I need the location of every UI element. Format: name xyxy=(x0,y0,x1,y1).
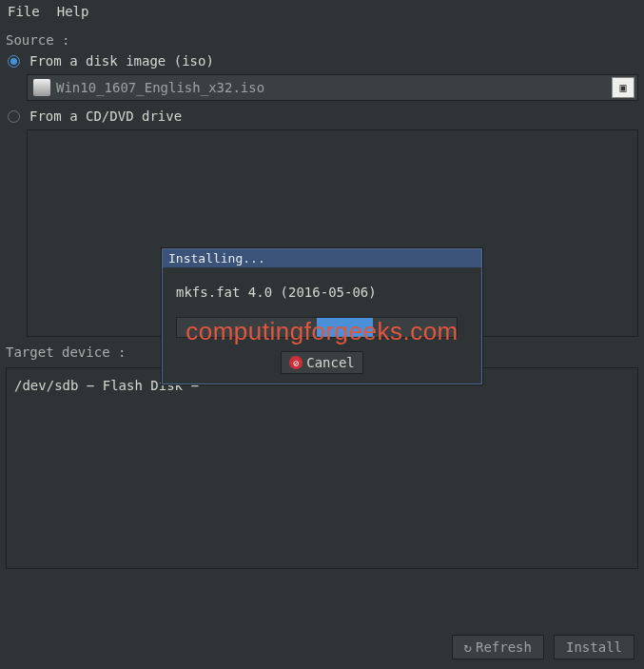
refresh-icon xyxy=(464,639,472,655)
progress-bar-fill xyxy=(317,318,373,337)
source-option-image-label: From a disk image (iso) xyxy=(29,53,214,69)
cancel-button-label: Cancel xyxy=(306,355,355,370)
dialog-actions: Cancel xyxy=(176,351,468,374)
browse-button[interactable]: ▣ xyxy=(612,77,634,98)
menubar: File Help xyxy=(0,0,644,23)
radio-icon xyxy=(8,55,20,68)
source-option-drive[interactable]: From a CD/DVD drive xyxy=(8,108,638,124)
install-button[interactable]: Install xyxy=(554,635,634,659)
refresh-button[interactable]: Refresh xyxy=(452,635,544,659)
dialog-title: Installing... xyxy=(163,249,481,267)
source-label: Source : xyxy=(6,32,638,48)
bottom-button-bar: Refresh Install xyxy=(452,635,634,659)
install-button-label: Install xyxy=(566,639,622,655)
disk-image-icon xyxy=(33,79,50,96)
dialog-message: mkfs.fat 4.0 (2016-05-06) xyxy=(176,285,468,300)
source-option-drive-label: From a CD/DVD drive xyxy=(29,108,182,124)
target-device-list[interactable]: /dev/sdb − Flash Disk − xyxy=(6,367,638,569)
radio-icon xyxy=(8,110,20,123)
source-option-image[interactable]: From a disk image (iso) xyxy=(8,53,638,69)
iso-filename: Win10_1607_English_x32.iso xyxy=(56,80,609,95)
cancel-button[interactable]: Cancel xyxy=(281,351,363,374)
dialog-body: mkfs.fat 4.0 (2016-05-06) Cancel xyxy=(163,267,481,384)
refresh-button-label: Refresh xyxy=(476,639,532,655)
menu-file[interactable]: File xyxy=(8,4,40,19)
progress-bar xyxy=(176,317,458,338)
menu-help[interactable]: Help xyxy=(57,4,89,19)
folder-open-icon: ▣ xyxy=(619,81,626,94)
iso-file-field: Win10_1607_English_x32.iso ▣ xyxy=(27,74,638,101)
installing-dialog: Installing... mkfs.fat 4.0 (2016-05-06) … xyxy=(162,248,482,384)
cancel-icon xyxy=(289,356,302,369)
